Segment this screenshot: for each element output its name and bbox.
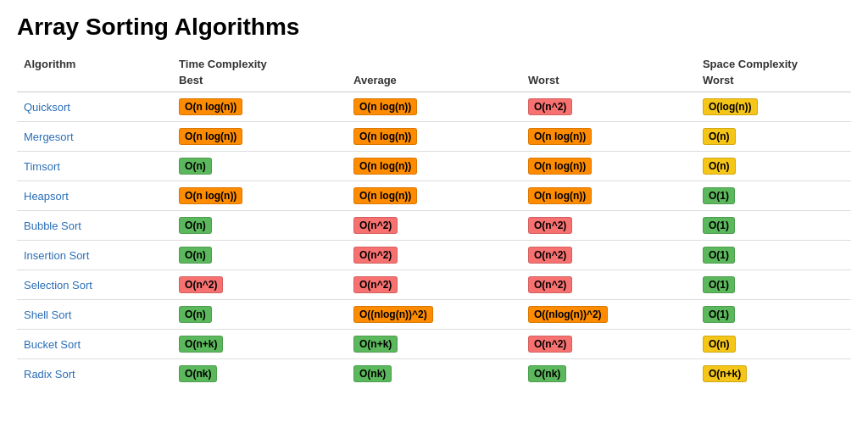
- col-algorithm: Algorithm: [17, 53, 172, 72]
- best-cell: O(nk): [172, 359, 347, 389]
- average-badge: O(nk): [353, 365, 392, 382]
- space-badge: O(n): [703, 336, 736, 353]
- worst-cell: O(n^2): [521, 211, 696, 241]
- best-badge: O(n log(n)): [179, 128, 242, 145]
- space-cell: O(1): [696, 241, 851, 270]
- best-badge: O(n+k): [179, 336, 223, 353]
- best-badge: O(n log(n)): [179, 98, 242, 115]
- average-badge: O(n^2): [353, 276, 398, 293]
- algo-name[interactable]: Insertion Sort: [24, 249, 89, 262]
- algo-name[interactable]: Bucket Sort: [24, 338, 81, 351]
- worst-badge: O(n^2): [528, 98, 572, 115]
- table-row: Bubble SortO(n)O(n^2)O(n^2)O(1): [17, 211, 851, 241]
- average-cell: O(nk): [347, 359, 521, 389]
- algo-name[interactable]: Mergesort: [24, 131, 74, 143]
- average-cell: O(n+k): [347, 330, 521, 359]
- average-badge: O(n log(n)): [353, 187, 417, 204]
- algo-name-cell[interactable]: Bucket Sort: [17, 330, 172, 359]
- average-cell: O(n^2): [347, 211, 521, 241]
- best-badge: O(n): [179, 306, 212, 323]
- algo-name-cell[interactable]: Selection Sort: [17, 270, 172, 300]
- best-cell: O(n log(n)): [172, 122, 347, 152]
- best-badge: O(n^2): [179, 276, 223, 293]
- worst-badge: O(n^2): [528, 217, 572, 234]
- space-badge: O(n): [703, 158, 736, 175]
- page-title: Array Sorting Algorithms: [17, 14, 851, 41]
- algo-name[interactable]: Selection Sort: [24, 279, 92, 292]
- space-badge: O(log(n)): [703, 98, 758, 115]
- algo-name-cell[interactable]: Mergesort: [17, 122, 172, 152]
- table-row: Shell SortO(n)O((nlog(n))^2)O((nlog(n))^…: [17, 300, 851, 330]
- table-row: HeapsortO(n log(n))O(n log(n))O(n log(n)…: [17, 181, 851, 211]
- average-cell: O(n^2): [347, 270, 521, 300]
- space-cell: O(n): [696, 330, 851, 359]
- worst-badge: O((nlog(n))^2): [528, 306, 608, 323]
- algo-name-cell[interactable]: Insertion Sort: [17, 241, 172, 270]
- best-cell: O(n): [172, 152, 347, 181]
- main-header-row: Algorithm Time Complexity Space Complexi…: [17, 53, 851, 72]
- best-cell: O(n): [172, 211, 347, 241]
- space-badge: O(n+k): [703, 365, 747, 382]
- best-cell: O(n+k): [172, 330, 347, 359]
- worst-cell: O((nlog(n))^2): [521, 300, 696, 330]
- table-row: Radix SortO(nk)O(nk)O(nk)O(n+k): [17, 359, 851, 389]
- col-best: Best: [172, 72, 347, 92]
- table-row: Selection SortO(n^2)O(n^2)O(n^2)O(1): [17, 270, 851, 300]
- space-cell: O(n+k): [696, 359, 851, 389]
- worst-badge: O(n^2): [528, 336, 572, 353]
- space-badge: O(1): [703, 276, 735, 293]
- worst-cell: O(n log(n)): [521, 122, 696, 152]
- worst-cell: O(n^2): [521, 270, 696, 300]
- best-badge: O(nk): [179, 365, 217, 382]
- worst-badge: O(n log(n)): [528, 128, 592, 145]
- table-row: TimsortO(n)O(n log(n))O(n log(n))O(n): [17, 152, 851, 181]
- worst-cell: O(n log(n)): [521, 181, 696, 211]
- space-badge: O(1): [703, 247, 735, 264]
- col-average: Average: [347, 72, 521, 92]
- average-cell: O(n^2): [347, 241, 521, 270]
- space-cell: O(1): [696, 300, 851, 330]
- worst-badge: O(n^2): [528, 247, 572, 264]
- algo-name[interactable]: Timsort: [24, 160, 60, 173]
- average-badge: O(n log(n)): [353, 98, 417, 115]
- algo-name[interactable]: Shell Sort: [24, 308, 71, 321]
- algo-name[interactable]: Radix Sort: [24, 368, 75, 381]
- table-row: MergesortO(n log(n))O(n log(n))O(n log(n…: [17, 122, 851, 152]
- worst-badge: O(n log(n)): [528, 158, 592, 175]
- best-badge: O(n): [179, 158, 212, 175]
- algo-name-cell[interactable]: Bubble Sort: [17, 211, 172, 241]
- average-cell: O(n log(n)): [347, 181, 521, 211]
- algo-name[interactable]: Quicksort: [24, 101, 70, 114]
- worst-cell: O(n^2): [521, 330, 696, 359]
- algo-name-cell[interactable]: Timsort: [17, 152, 172, 181]
- col-time-complexity: Time Complexity: [172, 53, 696, 72]
- algo-name[interactable]: Bubble Sort: [24, 220, 81, 232]
- algorithm-table: Algorithm Time Complexity Space Complexi…: [17, 53, 851, 388]
- average-cell: O(n log(n)): [347, 152, 521, 181]
- algo-name-cell[interactable]: Radix Sort: [17, 359, 172, 389]
- space-cell: O(n): [696, 152, 851, 181]
- space-badge: O(n): [703, 128, 736, 145]
- average-cell: O((nlog(n))^2): [347, 300, 521, 330]
- average-badge: O(n log(n)): [353, 128, 417, 145]
- worst-badge: O(nk): [528, 365, 566, 382]
- best-badge: O(n): [179, 217, 212, 234]
- col-space-worst: Worst: [696, 72, 851, 92]
- algo-name[interactable]: Heapsort: [24, 190, 69, 203]
- col-space-complexity: Space Complexity: [696, 53, 851, 72]
- best-cell: O(n log(n)): [172, 181, 347, 211]
- space-badge: O(1): [703, 217, 735, 234]
- worst-cell: O(n log(n)): [521, 152, 696, 181]
- average-badge: O((nlog(n))^2): [353, 306, 433, 323]
- col-worst: Worst: [521, 72, 696, 92]
- worst-cell: O(nk): [521, 359, 696, 389]
- algo-name-cell[interactable]: Heapsort: [17, 181, 172, 211]
- best-cell: O(n log(n)): [172, 92, 347, 122]
- best-cell: O(n): [172, 241, 347, 270]
- average-cell: O(n log(n)): [347, 122, 521, 152]
- space-cell: O(1): [696, 270, 851, 300]
- worst-cell: O(n^2): [521, 241, 696, 270]
- worst-badge: O(n log(n)): [528, 187, 592, 204]
- algo-name-cell[interactable]: Quicksort: [17, 92, 172, 122]
- algo-name-cell[interactable]: Shell Sort: [17, 300, 172, 330]
